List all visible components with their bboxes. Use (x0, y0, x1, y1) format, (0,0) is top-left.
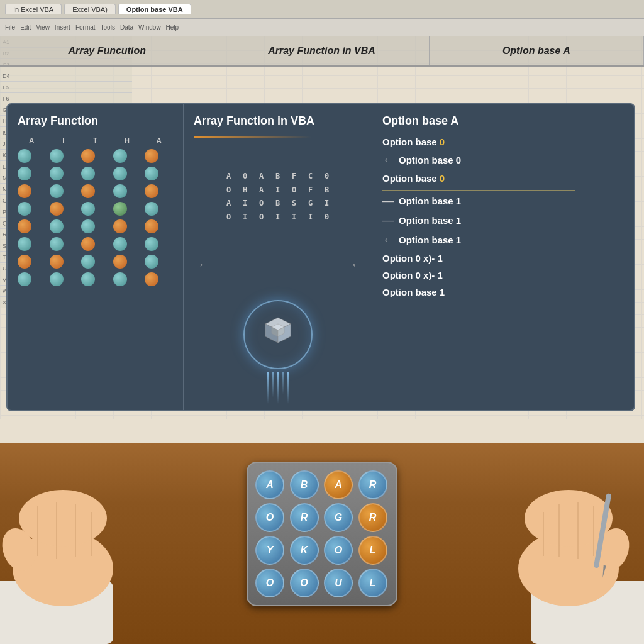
dot-r3c3 (81, 184, 95, 198)
toolbar-item-insert[interactable]: Insert (55, 24, 70, 31)
key-r3[interactable]: R (358, 503, 387, 532)
dot-col-i: I (50, 136, 78, 144)
dot-column-headers: A I T H A (18, 136, 173, 144)
option-text-9: Option base 1 (382, 287, 445, 297)
binary-row-1: A 0 A B F C 0 (194, 170, 362, 184)
dot-r7c5 (145, 255, 158, 269)
right-section: Option base A Option base 0 ← Option bas… (372, 104, 634, 410)
dot-r4c3 (81, 202, 95, 216)
char-b: B (272, 170, 284, 184)
dot-r4c5 (145, 202, 158, 216)
toolbar: File Edit View Insert Format Tools Data … (0, 19, 644, 36)
binary-row-4: O I O I I I 0 (194, 211, 362, 225)
option-value-9: 1 (440, 287, 445, 297)
char-0c: 0 (321, 211, 333, 225)
toolbar-item-view[interactable]: View (36, 24, 50, 31)
toolbar-item-data[interactable]: Data (120, 24, 133, 31)
char-a4: A (223, 197, 235, 211)
char-f2: F (305, 184, 316, 197)
key-k[interactable]: K (290, 536, 319, 565)
char-i: I (272, 184, 284, 197)
dot-r7c2 (50, 255, 64, 269)
dot-r5c3 (81, 219, 95, 233)
toolbar-item-tools[interactable]: Tools (101, 24, 115, 31)
key-a2[interactable]: A (324, 470, 353, 499)
option-text-8: Option 0 x)- 1 (382, 270, 443, 280)
option-item-3: Option base 0 (382, 173, 624, 184)
char-o: O (223, 184, 235, 197)
key-b[interactable]: B (290, 470, 319, 499)
option-item-9: Option base 1 (382, 287, 624, 297)
option-item-2: ← Option base 0 (382, 153, 624, 167)
dot-r6c5 (145, 237, 158, 251)
dash-5: — (382, 214, 394, 227)
char-i2: I (240, 197, 251, 211)
char-f: F (289, 170, 300, 184)
option-list: Option base 0 ← Option base 0 Option bas… (382, 136, 624, 297)
left-section: Array Function A I T H A (8, 104, 184, 410)
dot-r3c1 (18, 184, 31, 198)
key-o4[interactable]: O (290, 569, 319, 597)
option-text-2: Option base 0 (399, 155, 461, 165)
key-l2[interactable]: L (358, 569, 387, 597)
key-o3[interactable]: O (255, 569, 284, 597)
key-r1[interactable]: R (358, 470, 387, 499)
binary-row-2: O H A I O F B (194, 184, 362, 197)
dot-r4c2 (50, 202, 64, 216)
key-l1[interactable]: L (358, 536, 387, 565)
right-section-title: Option base A (382, 114, 624, 128)
bottom-area: A B A R O R G R Y K O L O O U L (0, 443, 644, 644)
keyboard-device[interactable]: A B A R O R G R Y K O L O O U L (247, 462, 397, 606)
dot-r8c5 (145, 272, 158, 286)
option-item-5: — Option base 1 (382, 214, 624, 227)
key-g[interactable]: G (324, 503, 353, 532)
toolbar-item-edit[interactable]: Edit (20, 24, 31, 31)
char-a2: A (256, 170, 267, 184)
dot-r3c2 (50, 184, 64, 198)
char-o3: O (256, 197, 267, 211)
arrow-left-6: ← (382, 233, 394, 247)
cube-svg (256, 313, 300, 357)
dot-grid (18, 149, 173, 286)
option-value-1: 0 (440, 136, 445, 147)
key-a[interactable]: A (255, 470, 284, 499)
dot-r7c3 (81, 255, 95, 269)
dot-r2c5 (145, 167, 158, 180)
hand-left (0, 455, 208, 644)
tab-option-base-vba[interactable]: Option base VBA (118, 4, 191, 14)
key-o1[interactable]: O (255, 503, 284, 532)
dot-col-a2: A (145, 136, 173, 144)
key-y[interactable]: Y (255, 536, 284, 565)
arrow-left-4: — (382, 194, 394, 208)
tab-excel-vba2[interactable]: Excel VBA) (64, 4, 116, 14)
tab-bar: In Excel VBA Excel VBA) Option base VBA (0, 0, 644, 19)
keyboard-body: A B A R O R G R Y K O L O O U L (247, 462, 397, 606)
toolbar-item-format[interactable]: Format (75, 24, 96, 31)
dot-r5c5 (145, 219, 158, 233)
dot-r6c3 (81, 237, 95, 251)
left-arrow: ← (350, 257, 363, 272)
toolbar-item-help[interactable]: Help (166, 24, 179, 31)
option-text-1: Option base 0 (382, 136, 445, 147)
column-headers: Array Funcution Array Function in VBA Op… (0, 36, 644, 67)
tab-excel-vba[interactable]: In Excel VBA (5, 4, 62, 14)
dot-r3c4 (113, 184, 127, 198)
col-header-option-base: Option base A (430, 36, 644, 65)
toolbar-item-file[interactable]: File (5, 24, 15, 31)
toolbar-item-window[interactable]: Window (138, 24, 161, 31)
dot-r7c4 (113, 255, 127, 269)
char-o5: O (256, 211, 267, 225)
dot-r3c5 (145, 184, 158, 198)
cube-glow (243, 300, 313, 369)
dot-r1c3 (81, 149, 95, 163)
dot-r6c4 (113, 237, 127, 251)
dot-r7c1 (18, 255, 31, 269)
dot-r6c2 (50, 237, 64, 251)
key-o2[interactable]: O (324, 536, 353, 565)
key-u[interactable]: U (324, 569, 353, 597)
col-header-array: Array Funcution (0, 36, 214, 65)
dot-r5c4 (113, 219, 127, 233)
dot-col-a: A (18, 136, 46, 144)
dot-r4c1 (18, 202, 31, 216)
key-r2[interactable]: R (290, 503, 319, 532)
